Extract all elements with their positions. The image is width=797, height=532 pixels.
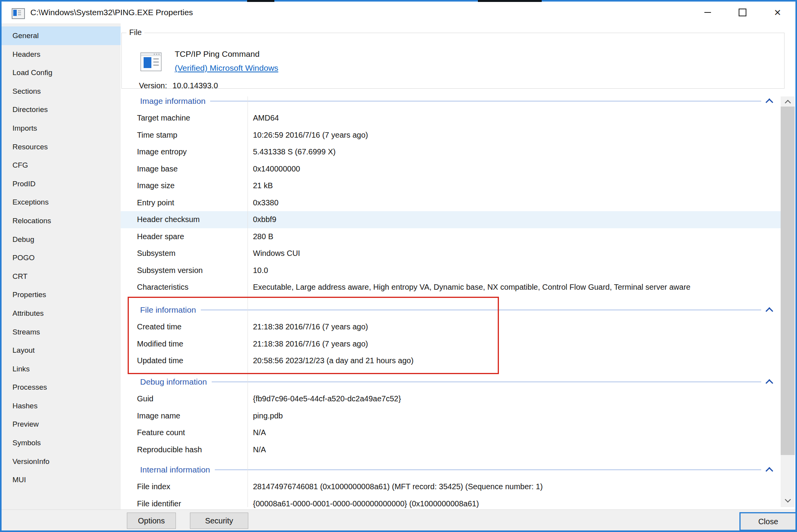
sidebar-item-cfg[interactable]: CFG: [2, 156, 121, 175]
property-row-guid[interactable]: Guid{fb9d7c96-04e5-44cf-a520-dc2a49ae7c5…: [121, 390, 781, 408]
property-row-subsystem[interactable]: SubsystemWindows CUI: [121, 245, 781, 262]
sidebar-item-attributes[interactable]: Attributes: [2, 304, 121, 323]
scroll-up-button[interactable]: [781, 96, 795, 107]
sidebar-item-layout[interactable]: Layout: [2, 341, 121, 360]
sidebar: GeneralHeadersLoad ConfigSectionsDirecto…: [2, 23, 121, 509]
sidebar-item-load-config[interactable]: Load Config: [2, 63, 121, 82]
scrollbar-thumb[interactable]: [781, 107, 795, 455]
property-value: 280 B: [253, 232, 273, 241]
options-button[interactable]: Options: [127, 513, 176, 529]
property-row-reproducible-hash[interactable]: Reproducible hashN/A: [121, 441, 781, 458]
sidebar-item-versioninfo[interactable]: VersionInfo: [2, 452, 121, 471]
sidebar-item-sections[interactable]: Sections: [2, 82, 121, 101]
property-value: 21 kB: [253, 181, 273, 190]
property-value: 0x3380: [253, 198, 279, 207]
scroll-down-button[interactable]: [781, 493, 795, 507]
property-label: Feature count: [137, 428, 237, 437]
minimize-button[interactable]: [690, 2, 725, 23]
property-row-file-identifier[interactable]: File identifier{00008a61-0000-0001-0000-…: [121, 495, 781, 510]
sidebar-item-crt[interactable]: CRT: [2, 267, 121, 286]
sidebar-item-streams[interactable]: Streams: [2, 323, 121, 341]
close-window-button[interactable]: ×: [760, 2, 795, 23]
content-area: File TCP/IP Ping Command (Verified) Micr…: [121, 23, 795, 509]
property-row-image-entropy[interactable]: Image entropy5.431338 S (67.6999 X): [121, 144, 781, 161]
title-bar: C:\Windows\System32\PING.EXE Properties …: [2, 2, 795, 23]
vertical-scrollbar[interactable]: [781, 96, 795, 507]
property-value: 10.0: [253, 266, 268, 275]
sidebar-list: GeneralHeadersLoad ConfigSectionsDirecto…: [2, 26, 121, 489]
property-value: Executable, Large address aware, High en…: [253, 283, 690, 292]
property-value: N/A: [253, 428, 266, 437]
section-title: Internal information: [140, 465, 210, 474]
property-row-image-base[interactable]: Image base0x140000000: [121, 161, 781, 178]
property-label: Header checksum: [137, 215, 237, 224]
property-row-file-index[interactable]: File index281474976746081 (0x1000000008a…: [121, 478, 781, 495]
property-label: Header spare: [137, 232, 237, 241]
property-row-subsystem-version[interactable]: Subsystem version10.0: [121, 262, 781, 279]
property-row-image-size[interactable]: Image size21 kB: [121, 177, 781, 194]
property-row-header-spare[interactable]: Header spare280 B: [121, 228, 781, 245]
sidebar-item-symbols[interactable]: Symbols: [2, 434, 121, 452]
minimize-icon: [704, 12, 711, 13]
close-button[interactable]: Close: [739, 512, 797, 531]
sidebar-item-headers[interactable]: Headers: [2, 45, 121, 64]
sidebar-item-processes[interactable]: Processes: [2, 378, 121, 397]
property-label: Image base: [137, 164, 237, 173]
property-row-image-name[interactable]: Image nameping.pdb: [121, 408, 781, 425]
file-groupbox-legend: File: [126, 28, 144, 37]
property-row-modified-time[interactable]: Modified time21:18:38 2016/7/16 (7 years…: [121, 336, 781, 353]
sidebar-item-imports[interactable]: Imports: [2, 119, 121, 138]
property-label: Modified time: [137, 340, 237, 348]
sidebar-item-directories[interactable]: Directories: [2, 100, 121, 119]
collapse-chevron-icon[interactable]: [765, 307, 773, 315]
collapse-chevron-icon[interactable]: [765, 98, 773, 106]
property-label: Subsystem version: [137, 266, 237, 275]
maximize-button[interactable]: [725, 2, 760, 23]
property-row-entry-point[interactable]: Entry point0x3380: [121, 194, 781, 212]
property-row-target-machine[interactable]: Target machineAMD64: [121, 110, 781, 127]
sidebar-item-hashes[interactable]: Hashes: [2, 397, 121, 415]
property-row-feature-count[interactable]: Feature countN/A: [121, 424, 781, 441]
console-app-icon: [140, 52, 162, 71]
property-row-created-time[interactable]: Created time21:18:38 2016/7/16 (7 years …: [121, 318, 781, 336]
section-title: Debug information: [140, 377, 207, 387]
version-value: 10.0.14393.0: [172, 81, 218, 90]
property-row-updated-time[interactable]: Updated time20:58:56 2023/12/23 (a day a…: [121, 352, 781, 369]
signature-verified-link[interactable]: (Verified) Microsoft Windows: [175, 63, 278, 73]
sidebar-item-mui[interactable]: MUI: [2, 471, 121, 489]
column-divider: [248, 96, 248, 507]
property-value: AMD64: [253, 114, 279, 122]
background-window-artifact: [247, 0, 274, 2]
sidebar-item-pogo[interactable]: POGO: [2, 248, 121, 267]
security-button[interactable]: Security: [190, 513, 248, 529]
section-rule-line: [212, 382, 761, 382]
collapse-chevron-icon[interactable]: [765, 467, 773, 475]
sidebar-item-preview[interactable]: Preview: [2, 415, 121, 434]
collapse-chevron-icon[interactable]: [765, 379, 773, 387]
file-groupbox: File TCP/IP Ping Command (Verified) Micr…: [121, 33, 785, 89]
property-label: Subsystem: [137, 249, 237, 258]
sidebar-item-properties[interactable]: Properties: [2, 285, 121, 304]
property-value: 5.431338 S (67.6999 X): [253, 147, 335, 156]
section-header: File information: [121, 301, 781, 318]
sidebar-item-general[interactable]: General: [2, 26, 121, 45]
section-internal-information: Internal informationFile index2814749767…: [121, 461, 781, 509]
property-value: 281474976746081 (0x1000000008a61) (MFT r…: [253, 482, 543, 491]
property-row-time-stamp[interactable]: Time stamp10:26:59 2016/7/16 (7 years ag…: [121, 127, 781, 144]
property-row-header-checksum[interactable]: Header checksum0xbbf9: [121, 211, 781, 228]
property-label: Image name: [137, 411, 237, 420]
property-value: Windows CUI: [253, 249, 300, 258]
section-header: Debug information: [121, 373, 781, 390]
section-title: File information: [140, 305, 196, 315]
property-value: ping.pdb: [253, 411, 283, 420]
sidebar-item-resources[interactable]: Resources: [2, 138, 121, 156]
sidebar-item-exceptions[interactable]: Exceptions: [2, 193, 121, 212]
property-value: N/A: [253, 445, 266, 454]
sidebar-item-prodid[interactable]: ProdID: [2, 175, 121, 193]
property-row-characteristics[interactable]: CharacteristicsExecutable, Large address…: [121, 279, 781, 296]
sidebar-item-relocations[interactable]: Relocations: [2, 212, 121, 230]
background-window-artifact: [478, 0, 542, 2]
version-row: Version:10.0.14393.0: [139, 81, 218, 90]
sidebar-item-debug[interactable]: Debug: [2, 230, 121, 249]
sidebar-item-links[interactable]: Links: [2, 360, 121, 378]
